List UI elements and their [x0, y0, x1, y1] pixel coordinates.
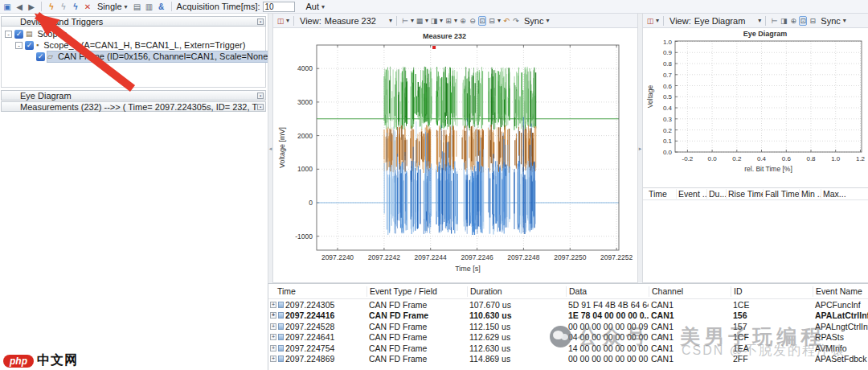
eye-chart[interactable]: 0.00.10.20.30.40.50.60.70.80.91.0-0.20.0… [643, 28, 868, 187]
row-expander-icon[interactable]: + [270, 302, 276, 308]
pan-icon[interactable]: ⊟ [809, 17, 817, 25]
cell-event-name: RPASts [813, 332, 868, 342]
table-row[interactable]: +2097.224305CAN FD Frame107.670 us5D 91 … [268, 299, 868, 310]
zoom-out-icon[interactable]: ⊖ [469, 17, 477, 25]
zoom-box-icon[interactable]: ⊡ [478, 16, 486, 26]
sync-dropdown[interactable]: Sync ▾ [818, 14, 848, 27]
trigger-normal-icon[interactable]: ϟ [59, 1, 68, 13]
view-selector[interactable]: Eye Diagram [694, 16, 746, 26]
table-row[interactable]: +2097.224641CAN FD Frame112.629 us04 00 … [268, 332, 868, 343]
right-splitter[interactable]: ▸ [637, 14, 643, 283]
frame-row-icon [278, 323, 284, 330]
column-header-event-type-field[interactable]: Event Type / Field [366, 286, 467, 297]
chevron-down-icon: ▾ [125, 3, 128, 10]
eye-column-header-event-[interactable]: Event ... [676, 189, 706, 199]
left-splitter[interactable]: ◂ [268, 14, 273, 283]
svg-text:0.4: 0.4 [663, 105, 673, 112]
cell-event-type: CAN FD Frame [366, 300, 467, 310]
export-icon[interactable]: ▥ [145, 1, 154, 13]
tree-item-scopes[interactable]: -✓▤Scopes [2, 28, 265, 39]
measure-chart[interactable]: 40003000200010000-10002097.22402097.2242… [273, 28, 637, 282]
link-channels-icon[interactable]: & [157, 1, 166, 13]
eye-column-header-min-[interactable]: Min ... [799, 189, 821, 199]
collapse-right-icon[interactable]: ▸ [639, 146, 642, 152]
tree-item-scope1[interactable]: -✓▪Scope_1 (A=CAN1_H, B=CAN1_L, Extern=T… [2, 39, 265, 51]
view-selector[interactable]: Measure 232 [325, 16, 376, 26]
eye-column-header-rise-time[interactable]: Rise Time [726, 189, 763, 199]
undo-icon[interactable]: ↶ [502, 17, 510, 25]
row-expander-icon[interactable]: + [270, 356, 276, 362]
copy-icon[interactable]: ▤ [133, 1, 142, 13]
measurements-section-header[interactable]: Measurements (232) -->> ( Time= 2097.224… [1, 101, 266, 112]
cell-data: 1E 78 04 00 00 00 0... [566, 310, 649, 320]
tree-expander-icon[interactable]: - [15, 42, 23, 49]
cell-id: 1CE [731, 300, 813, 310]
eye-column-header-time[interactable]: Time [643, 189, 676, 199]
chevron-down-icon[interactable]: ▾ [389, 17, 392, 24]
image-export-icon[interactable]: ◨ [430, 17, 438, 25]
eye-diagram-section-header[interactable]: Eye Diagram ▪ [1, 90, 266, 101]
image-export-icon[interactable]: ◨ [780, 17, 788, 25]
tree-expander-icon[interactable]: - [5, 31, 12, 38]
cursor-icon[interactable]: ⊢ [770, 17, 778, 25]
acquisition-time-input[interactable] [263, 2, 295, 12]
cell-channel: CAN1 [649, 310, 731, 320]
grid-icon[interactable]: ⊞ [444, 17, 452, 25]
column-header-channel[interactable]: Channel [649, 286, 731, 297]
legend-icon[interactable]: ▦ [416, 17, 424, 25]
tree-item-can-frame[interactable]: ✓▱CAN Frame (ID=0x156, Channel=CAN1, Sca… [2, 51, 265, 62]
eye-column-header-fall-time[interactable]: Fall Time [763, 189, 799, 199]
column-header-id[interactable]: ID [731, 286, 813, 297]
row-expander-icon[interactable]: + [270, 334, 276, 340]
redo-icon[interactable]: ↷ [512, 17, 520, 25]
column-header-time[interactable]: Time [268, 286, 366, 297]
cell-id: 1EA [731, 343, 813, 353]
devices-triggers-header[interactable]: Devices and Triggers ▪ [1, 16, 266, 27]
trigger-auto-icon[interactable]: ϟ [71, 1, 80, 13]
zoom-in-icon[interactable]: ⊕ [459, 17, 467, 25]
svg-text:0.6: 0.6 [782, 155, 792, 162]
zoom-box-icon[interactable]: ⊡ [799, 16, 807, 26]
trigger-mode-dropdown[interactable]: Single ▾ [95, 1, 130, 13]
chevron-down-icon[interactable]: ▾ [758, 17, 761, 24]
frame-table-header-row[interactable]: TimeEvent Type / FieldDurationDataChanne… [268, 284, 868, 299]
main-toolbar: ▣ ◀ ▶ ϟ ϟ ϟ ✕ Single ▾ ▤ ▥ & Acquisition… [0, 0, 868, 14]
cursor-icon[interactable]: ⊢ [401, 17, 409, 25]
row-expander-icon[interactable]: + [270, 312, 276, 319]
sync-label: Sync [524, 16, 543, 26]
tree-checkbox[interactable]: ✓ [25, 41, 34, 50]
header-menu-button[interactable]: ▪ [257, 92, 264, 99]
cell-time: 2097.224305 [285, 300, 334, 310]
app-icon[interactable]: ▣ [2, 1, 12, 13]
header-menu-button[interactable]: ▪ [257, 18, 264, 25]
table-row[interactable]: +2097.224754CAN FD Frame112.630 us14 00 … [268, 343, 868, 354]
row-expander-icon[interactable]: + [270, 345, 276, 352]
table-row[interactable]: +2097.224416CAN FD Frame110.630 us1E 78 … [268, 310, 868, 322]
zoom-in-icon[interactable]: ⊕ [789, 17, 797, 25]
sync-dropdown[interactable]: Sync ▾ [522, 14, 551, 27]
column-header-duration[interactable]: Duration [467, 286, 566, 297]
stop-acquisition-icon[interactable]: ✕ [83, 1, 92, 13]
column-header-data[interactable]: Data [566, 286, 649, 297]
table-row[interactable]: +2097.224528CAN FD Frame112.150 us00 00 … [268, 321, 868, 332]
header-menu-button[interactable]: ▪ [257, 104, 264, 110]
pan-icon[interactable]: ⊟ [488, 17, 496, 25]
layout-icon[interactable]: ◫ [646, 17, 654, 25]
row-expander-icon[interactable]: + [270, 323, 276, 330]
eye-column-header-du-[interactable]: Du... [706, 189, 726, 199]
svg-text:2097.2244: 2097.2244 [415, 253, 447, 261]
php-logo-badge: php [3, 355, 34, 368]
eye-column-header-max-[interactable]: Max... [821, 189, 868, 199]
svg-text:Eye Diagram: Eye Diagram [743, 30, 788, 38]
tree-checkbox[interactable]: ✓ [36, 52, 45, 61]
layout-icon[interactable]: ◫ [276, 17, 285, 25]
auto-mode-dropdown[interactable]: Aut ▾ [304, 1, 328, 13]
start-single-trigger-icon[interactable]: ϟ [47, 1, 56, 13]
column-header-event-name[interactable]: Event Name [813, 286, 868, 297]
cell-event-type: CAN FD Frame [366, 310, 467, 320]
nav-back-icon[interactable]: ◀ [14, 1, 24, 13]
table-row[interactable]: +2097.224869CAN FD Frame114.869 us00 00 … [268, 354, 868, 365]
nav-forward-icon[interactable]: ▶ [27, 1, 36, 13]
collapse-left-icon[interactable]: ◂ [269, 146, 272, 152]
tree-checkbox[interactable]: ✓ [14, 30, 23, 39]
